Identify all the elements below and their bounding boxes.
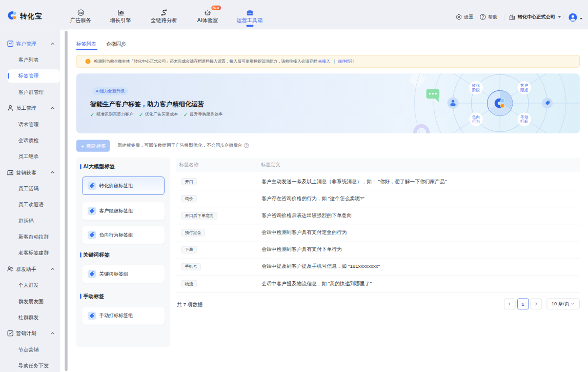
svg-text:阶段: 阶段 xyxy=(472,88,480,92)
svg-text:AD: AD xyxy=(79,11,83,14)
svg-text:打标: 打标 xyxy=(520,119,529,124)
svg-text:顾虑: 顾虑 xyxy=(520,88,529,92)
svg-text:行为: 行为 xyxy=(472,119,480,124)
